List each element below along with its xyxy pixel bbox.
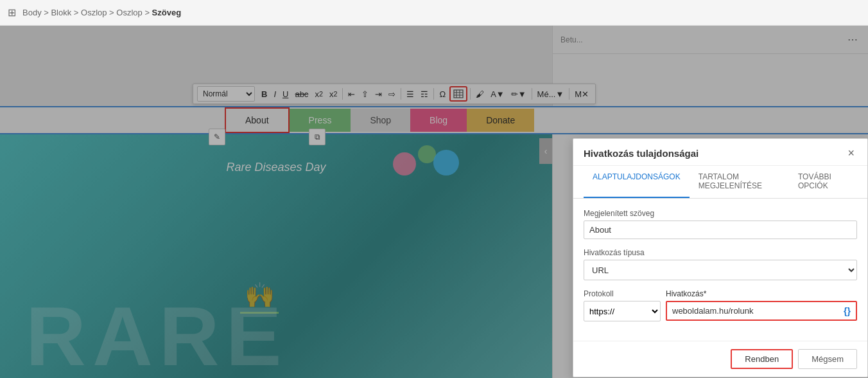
breadcrumb-current: Szöveg <box>152 8 182 17</box>
dialog-body: Megjelenített szöveg Hivatkozás típusa U… <box>573 199 867 341</box>
cancel-button[interactable]: Mégsem <box>798 349 857 369</box>
dialog-header: Hivatkozás tulajdonságai × <box>573 139 867 166</box>
display-text-input[interactable] <box>584 221 857 239</box>
display-text-label: Megjelenített szöveg <box>584 209 857 218</box>
protocol-select[interactable]: https:// http:// ftp:// <box>584 301 661 321</box>
reference-input-wrap: {} <box>666 301 857 321</box>
dialog-overlay: Hivatkozás tulajdonságai × ALAPTULAJDONS… <box>0 26 868 378</box>
link-type-group: Hivatkozás típusa URL Email Tel <box>584 248 857 280</box>
dialog-footer: Rendben Mégsem <box>573 341 867 377</box>
display-text-group: Megjelenített szöveg <box>584 209 857 239</box>
link-type-select[interactable]: URL Email Tel <box>584 260 857 280</box>
reference-group: Hivatkozás* {} <box>666 289 857 321</box>
breadcrumb: Body > Blokk > Oszlop > Oszlop > Szöveg <box>22 8 181 17</box>
protocol-label: Protokoll <box>584 289 661 298</box>
dialog-tabs: ALAPTULAJDONSÁGOK TARTALOM MEGJELENÍTÉSE… <box>573 166 867 199</box>
dialog-close-button[interactable]: × <box>845 147 857 160</box>
link-type-label: Hivatkozás típusa <box>584 248 857 257</box>
link-properties-dialog: Hivatkozás tulajdonságai × ALAPTULAJDONS… <box>573 138 868 377</box>
ok-button[interactable]: Rendben <box>731 349 793 369</box>
reference-variable-icon[interactable]: {} <box>838 306 856 316</box>
tab-basic-properties[interactable]: ALAPTULAJDONSÁGOK <box>584 166 690 198</box>
reference-label: Hivatkozás* <box>666 289 857 298</box>
protocol-reference-row: Protokoll https:// http:// ftp:// Hivatk… <box>584 289 857 330</box>
editor-area: Normál B I U abc x2 x2 ⇤ ⇧ ⇥ ⇨ ☰ ☶ Ω 🖌 A… <box>0 26 868 378</box>
dialog-title: Hivatkozás tulajdonságai <box>584 148 699 159</box>
reference-input[interactable] <box>667 302 838 320</box>
protocol-group: Protokoll https:// http:// ftp:// <box>584 289 661 321</box>
top-bar: ⊞ Body > Blokk > Oszlop > Oszlop > Szöve… <box>0 0 868 26</box>
app-icon: ⊞ <box>8 6 16 19</box>
tab-more-options[interactable]: TOVÁBBI OPCIÓK <box>789 166 857 198</box>
tab-content-display[interactable]: TARTALOM MEGJELENÍTÉSE <box>690 166 789 198</box>
